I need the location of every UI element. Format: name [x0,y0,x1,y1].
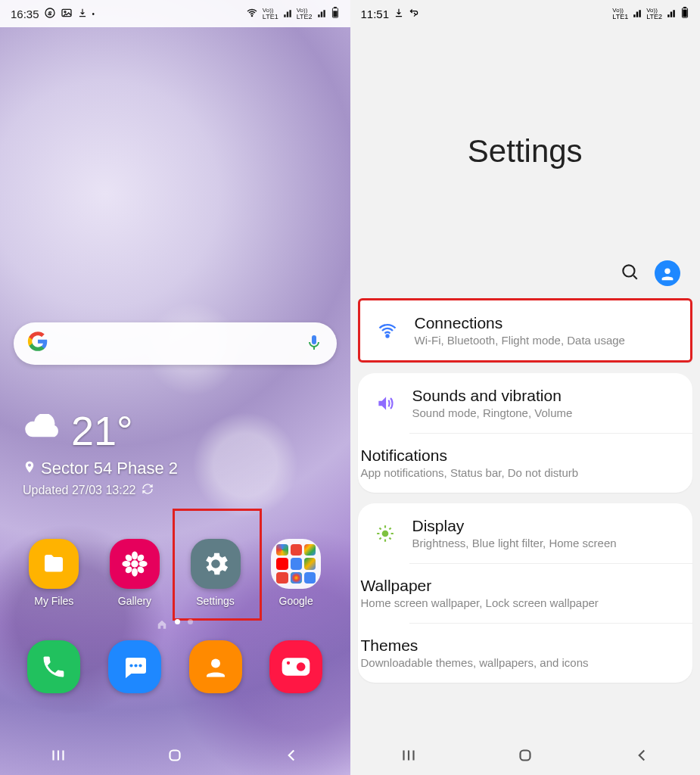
row-subtitle: Wi-Fi, Bluetooth, Flight mode, Data usag… [415,334,625,347]
svg-rect-28 [683,7,686,8]
status-time: 11:51 [361,8,390,20]
row-subtitle: Home screen wallpaper, Lock screen wallp… [361,596,599,609]
svg-rect-20 [282,658,310,675]
signal2-icon [667,8,676,20]
svg-point-7 [131,560,138,568]
app-settings[interactable]: Settings [182,539,250,607]
page-indicator[interactable] [0,619,350,633]
svg-point-19 [211,659,220,668]
svg-point-30 [623,265,634,276]
svg-point-3 [251,15,252,16]
settings-screen: 11:51 Vo))LTE1 Vo))LTE2 Settings [350,0,701,775]
settings-row-themes[interactable]: Themes Downloadable themes, wallpapers, … [358,623,693,683]
svg-rect-29 [683,9,686,17]
download-icon [394,8,404,20]
row-title: Display [412,517,617,535]
folder-icon [271,539,321,589]
app-gallery[interactable]: Gallery [101,539,169,607]
nav-home[interactable] [515,745,535,768]
search-icon[interactable] [620,262,639,285]
svg-point-33 [386,335,388,337]
nav-back[interactable] [282,745,301,768]
pin-icon [23,459,36,478]
lte1-label: Vo))LTE1 [612,7,628,20]
more-icon: • [92,10,95,18]
svg-rect-5 [334,7,337,8]
dock-contacts[interactable] [182,640,250,693]
page-dot [188,619,193,624]
status-time: 16:35 [11,8,39,20]
svg-point-36 [381,530,388,537]
settings-list: Connections Wi-Fi, Bluetooth, Flight mod… [350,298,701,739]
display-icon [373,521,397,546]
app-row: My Files Gallery Settings [0,521,350,615]
nav-recents[interactable] [399,745,418,768]
refresh-icon[interactable] [142,483,154,498]
cloud-icon [23,414,64,447]
battery-icon [680,7,689,21]
app-label: Google [279,595,313,607]
settings-row-notifications[interactable]: Notifications App notifications, Status … [358,433,693,493]
settings-card-display-wallpaper-themes: Display Brightness, Blue light filter, H… [358,503,693,683]
row-title: Connections [415,314,625,332]
settings-card-sound-notifications: Sounds and vibration Sound mode, Rington… [358,373,693,493]
settings-card-connections: Connections Wi-Fi, Bluetooth, Flight mod… [358,298,693,363]
app-label: Settings [196,595,235,607]
mic-icon[interactable] [305,333,323,354]
dock [0,633,350,693]
svg-point-32 [664,269,670,274]
svg-point-16 [129,664,132,667]
nav-recents[interactable] [48,745,68,768]
svg-line-44 [379,537,381,539]
svg-rect-50 [520,751,530,761]
home-screen: 16:35 • Vo))LTE1 Vo))LTE2 [0,0,350,775]
google-search-bar[interactable] [14,322,337,365]
wifi-icon [375,319,400,343]
nav-home[interactable] [165,745,185,768]
whatsapp-icon [44,7,56,21]
sound-icon [373,391,397,416]
svg-rect-6 [333,11,337,17]
settings-row-wallpaper[interactable]: Wallpaper Home screen wallpaper, Lock sc… [358,563,693,623]
settings-row-sounds[interactable]: Sounds and vibration Sound mode, Rington… [358,373,693,433]
app-label: My Files [34,595,73,607]
account-avatar[interactable] [655,260,680,286]
settings-row-display[interactable]: Display Brightness, Blue light filter, H… [358,503,693,563]
lte1-label: Vo))LTE1 [263,7,278,20]
image-icon [61,7,73,21]
svg-line-31 [633,275,637,279]
download-icon [77,8,88,20]
app-label: Gallery [118,595,151,607]
row-subtitle: Brightness, Blue light filter, Home scre… [412,537,617,549]
weather-updated: Updated 27/03 13:22 [23,484,135,497]
wifi-icon [246,7,258,21]
signal2-icon [317,8,326,20]
status-bar: 11:51 Vo))LTE1 Vo))LTE2 [350,0,701,27]
lte2-label: Vo))LTE2 [297,7,313,20]
svg-point-2 [64,11,66,12]
row-title: Themes [361,636,589,655]
weather-temperature: 21° [71,407,133,454]
home-indicator-icon [157,619,167,633]
weather-location: Sector 54 Phase 2 [41,459,178,478]
row-title: Sounds and vibration [412,387,573,405]
status-bar: 16:35 • Vo))LTE1 Vo))LTE2 [0,0,350,27]
settings-row-connections[interactable]: Connections Wi-Fi, Bluetooth, Flight mod… [360,300,691,360]
svg-point-10 [122,561,130,567]
svg-point-11 [138,561,147,567]
svg-point-17 [134,664,137,667]
dock-messages[interactable] [101,640,169,693]
dock-camera[interactable] [262,640,330,693]
row-subtitle: App notifications, Status bar, Do not di… [361,466,579,479]
dock-phone[interactable] [20,640,88,693]
navigation-bar [350,739,701,775]
app-google-folder[interactable]: Google [262,539,330,607]
lte2-label: Vo))LTE2 [646,7,662,20]
svg-point-22 [287,661,290,665]
app-my-files[interactable]: My Files [20,539,88,607]
weather-widget[interactable]: 21° Sector 54 Phase 2 Updated 27/03 13:2… [23,407,350,498]
google-logo-icon [27,331,48,357]
svg-point-0 [45,8,54,17]
nav-back[interactable] [632,745,652,768]
svg-line-42 [389,537,390,539]
